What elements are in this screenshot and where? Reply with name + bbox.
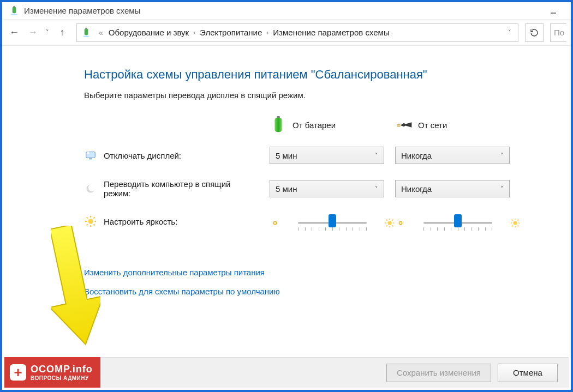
svg-point-38	[513, 221, 517, 225]
power-source-header: От батареи От сети	[84, 116, 560, 134]
chevron-right-icon: ›	[264, 29, 271, 37]
svg-rect-9	[397, 124, 400, 125]
brightness-high-icon	[510, 218, 521, 228]
svg-point-16	[88, 219, 93, 224]
brightness-plugged-slider[interactable]	[414, 216, 502, 230]
moon-icon	[84, 182, 97, 195]
window-frame: Изменение параметров схемы ← → ˅ ↑ « Обо…	[0, 0, 573, 392]
navbar: ← → ˅ ↑ « Оборудование и звук › Электроп…	[2, 20, 571, 46]
svg-rect-0	[13, 7, 16, 13]
svg-point-37	[400, 222, 402, 224]
sleep-battery-select[interactable]: 5 мин ˅	[270, 180, 384, 197]
slider-thumb[interactable]	[329, 214, 336, 227]
up-button[interactable]: ↑	[55, 25, 70, 40]
brightness-high-icon	[384, 218, 395, 228]
back-button[interactable]: ←	[7, 25, 22, 40]
svg-line-35	[386, 226, 387, 227]
content-area: Настройка схемы управления питанием "Сба…	[2, 46, 571, 296]
titlebar: Изменение параметров схемы	[2, 2, 571, 20]
svg-point-2	[10, 14, 17, 15]
svg-line-22	[94, 225, 95, 226]
svg-line-21	[87, 218, 88, 219]
select-value: 5 мин	[276, 151, 297, 160]
svg-line-46	[512, 226, 513, 227]
chevron-down-icon: ˅	[375, 152, 378, 159]
select-value: 5 мин	[276, 184, 297, 194]
svg-rect-8	[274, 118, 282, 132]
chevron-down-icon: ˅	[500, 152, 504, 159]
page-title: Настройка схемы управления питанием "Сба…	[84, 68, 560, 82]
battery-icon	[270, 116, 287, 134]
slider-thumb[interactable]	[454, 214, 462, 227]
breadcrumb-prefix-icon: «	[96, 28, 106, 37]
chevron-down-icon: ˅	[375, 185, 378, 192]
svg-point-27	[387, 221, 391, 225]
breadcrumb-edit-plan[interactable]: Изменение параметров схемы	[271, 28, 391, 37]
row-label: Переводить компьютер в спящий режим:	[104, 179, 256, 198]
power-plan-icon	[80, 27, 92, 39]
brightness-low-icon	[395, 218, 406, 228]
svg-line-34	[392, 220, 393, 221]
ac-plug-icon	[395, 116, 413, 134]
save-changes-button[interactable]: Сохранить изменения	[386, 364, 491, 382]
svg-rect-10	[397, 126, 400, 127]
forward-button[interactable]: →	[25, 25, 40, 40]
svg-rect-1	[13, 5, 15, 7]
button-label: Отмена	[513, 368, 542, 377]
chevron-down-icon: ˅	[500, 185, 504, 192]
select-value: Никогда	[401, 151, 432, 160]
restore-defaults-link[interactable]: Восстановить для схемы параметры по умол…	[84, 287, 560, 296]
row-sleep: Переводить компьютер в спящий режим: 5 м…	[84, 179, 560, 198]
brightness-icon	[84, 215, 97, 228]
breadcrumb[interactable]: « Оборудование и звук › Электропитание ›…	[76, 23, 518, 42]
chevron-down-icon[interactable]: ˅	[505, 29, 515, 36]
svg-line-43	[512, 220, 513, 221]
svg-point-13	[87, 152, 89, 154]
battery-column-label: От батареи	[293, 120, 336, 130]
row-label: Отключать дисплей:	[104, 151, 181, 160]
select-value: Никогда	[401, 184, 432, 194]
watermark-main: OCOMP.info	[31, 364, 93, 375]
row-label: Настроить яркость:	[104, 217, 177, 226]
cancel-button[interactable]: Отмена	[498, 364, 558, 382]
button-label: Сохранить изменения	[397, 368, 481, 377]
brightness-battery-slider[interactable]	[288, 216, 377, 230]
svg-line-45	[518, 220, 519, 221]
svg-line-32	[386, 220, 387, 221]
display-off-plugged-select[interactable]: Никогда ˅	[395, 147, 510, 164]
power-options-icon	[9, 5, 20, 16]
svg-rect-4	[85, 28, 88, 35]
svg-line-33	[392, 226, 393, 227]
window-title: Изменение параметров схемы	[24, 6, 140, 15]
page-subtitle: Выберите параметры перевода дисплея в сп…	[84, 91, 560, 100]
chevron-right-icon: ›	[191, 29, 198, 37]
svg-line-23	[94, 218, 95, 219]
svg-rect-5	[85, 27, 87, 29]
svg-rect-12	[89, 159, 92, 160]
watermark: + OCOMP.info ВОПРОСЫ АДМИНУ	[4, 357, 100, 388]
plus-icon: +	[10, 364, 26, 381]
search-placeholder: По	[554, 28, 564, 37]
advanced-power-settings-link[interactable]: Изменить дополнительные параметры питани…	[84, 268, 560, 277]
brightness-low-icon	[270, 218, 280, 228]
row-brightness: Настроить яркость:	[84, 213, 560, 230]
row-turn-off-display: Отключать дисплей: 5 мин ˅ Никогда ˅	[84, 147, 560, 164]
svg-line-44	[518, 226, 519, 227]
sleep-plugged-select[interactable]: Никогда ˅	[395, 180, 510, 197]
refresh-button[interactable]	[525, 23, 544, 42]
svg-point-15	[88, 184, 96, 191]
minimize-button[interactable]	[542, 4, 564, 17]
display-icon	[84, 149, 97, 162]
search-input[interactable]: По	[550, 23, 566, 42]
plugged-column-label: От сети	[418, 120, 447, 130]
svg-point-6	[83, 35, 89, 37]
svg-line-24	[87, 225, 88, 226]
links-block: Изменить дополнительные параметры питани…	[84, 268, 560, 296]
watermark-sub: ВОПРОСЫ АДМИНУ	[31, 375, 93, 381]
display-off-battery-select[interactable]: 5 мин ˅	[270, 147, 384, 164]
svg-point-26	[274, 222, 276, 224]
breadcrumb-power-options[interactable]: Электропитание	[198, 28, 264, 37]
breadcrumb-hardware-sound[interactable]: Оборудование и звук	[106, 28, 191, 37]
history-dropdown[interactable]: ˅	[44, 29, 51, 36]
